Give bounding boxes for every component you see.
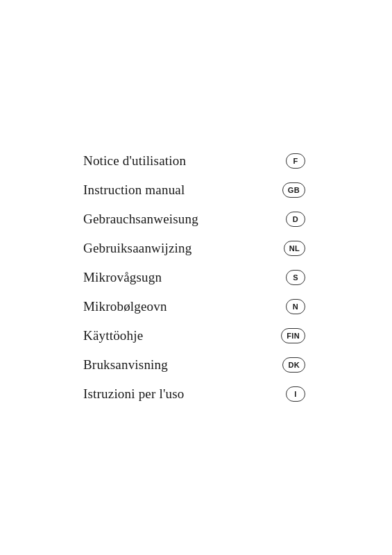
menu-item-label: Istruzioni per l'uso	[83, 386, 184, 402]
lang-badge-text: S	[293, 273, 298, 282]
lang-badge: D	[286, 212, 305, 227]
lang-badge-text: FIN	[287, 332, 300, 340]
menu-item-label: Gebruiksaanwijzing	[83, 241, 191, 256]
menu-item-label: Bruksanvisning	[83, 357, 168, 373]
lang-badge: N	[286, 299, 305, 314]
lang-badge: S	[286, 270, 305, 285]
lang-badge: DK	[282, 357, 305, 373]
language-menu-list: Notice d'utilisationFInstruction manualG…	[83, 146, 305, 409]
item-finnish[interactable]: KäyttöohjeFIN	[83, 321, 305, 350]
lang-badge-text: GB	[288, 186, 300, 194]
lang-badge-text: NL	[289, 244, 300, 253]
page-container: Notice d'utilisationFInstruction manualG…	[0, 0, 392, 555]
item-dutch[interactable]: GebruiksaanwijzingNL	[83, 234, 305, 263]
lang-badge-text: I	[294, 390, 296, 398]
lang-badge-text: D	[293, 215, 298, 223]
menu-item-label: Mikrovågsugn	[83, 270, 162, 285]
item-danish[interactable]: BruksanvisningDK	[83, 350, 305, 379]
item-italian[interactable]: Istruzioni per l'usoI	[83, 379, 305, 409]
lang-badge-text: F	[293, 157, 298, 165]
menu-item-label: Instruction manual	[83, 182, 185, 198]
lang-badge: F	[286, 153, 305, 169]
item-norwegian[interactable]: MikrobølgeovnN	[83, 292, 305, 321]
lang-badge: GB	[282, 182, 305, 198]
item-german[interactable]: GebrauchsanweisungD	[83, 205, 305, 234]
lang-badge-text: DK	[288, 361, 300, 369]
item-english[interactable]: Instruction manualGB	[83, 176, 305, 205]
lang-badge: NL	[284, 241, 305, 256]
menu-item-label: Gebrauchsanweisung	[83, 212, 198, 227]
menu-item-label: Käyttöohje	[83, 328, 143, 343]
lang-badge: I	[286, 386, 305, 402]
lang-badge-text: N	[293, 302, 298, 311]
lang-badge: FIN	[281, 328, 305, 343]
menu-item-label: Notice d'utilisation	[83, 153, 186, 169]
menu-item-label: Mikrobølgeovn	[83, 299, 167, 314]
item-french[interactable]: Notice d'utilisationF	[83, 146, 305, 176]
item-swedish[interactable]: MikrovågsugnS	[83, 263, 305, 292]
